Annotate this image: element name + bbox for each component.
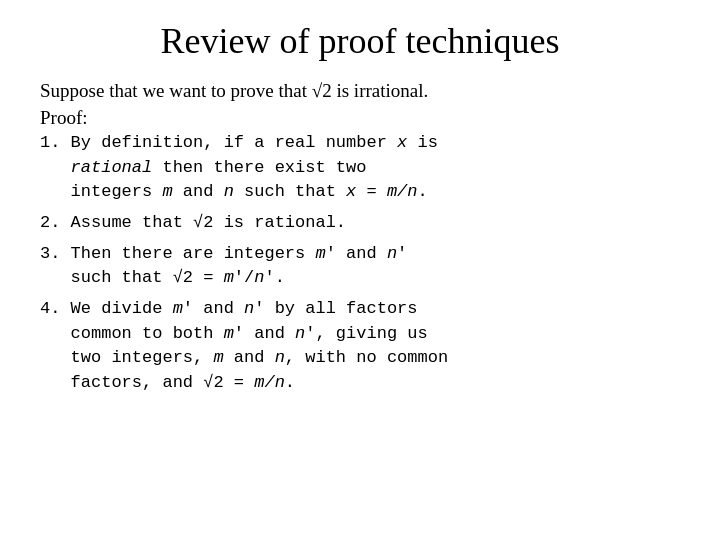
- step-2-content: Assume that √2 is rational.: [71, 211, 680, 236]
- step-1-content: By definition, if a real number x is rat…: [71, 131, 680, 205]
- step-2-num: 2.: [40, 211, 71, 236]
- step-3-content: Then there are integers m′ and n′ such t…: [71, 242, 680, 291]
- page: Review of proof techniques Suppose that …: [0, 0, 720, 540]
- steps-container: 1. By definition, if a real number x is …: [40, 131, 680, 395]
- proof-label: Proof:: [40, 105, 680, 132]
- intro-line1: Suppose that we want to prove that √2 is…: [40, 78, 680, 105]
- step-1-num: 1.: [40, 131, 71, 205]
- step-3-num: 3.: [40, 242, 71, 291]
- step-2: 2. Assume that √2 is rational.: [40, 211, 680, 236]
- page-title: Review of proof techniques: [40, 20, 680, 62]
- step-4-content: We divide m′ and n′ by all factors commo…: [71, 297, 680, 396]
- step-1: 1. By definition, if a real number x is …: [40, 131, 680, 205]
- step-4: 4. We divide m′ and n′ by all factors co…: [40, 297, 680, 396]
- step-3: 3. Then there are integers m′ and n′ suc…: [40, 242, 680, 291]
- step-4-num: 4.: [40, 297, 71, 396]
